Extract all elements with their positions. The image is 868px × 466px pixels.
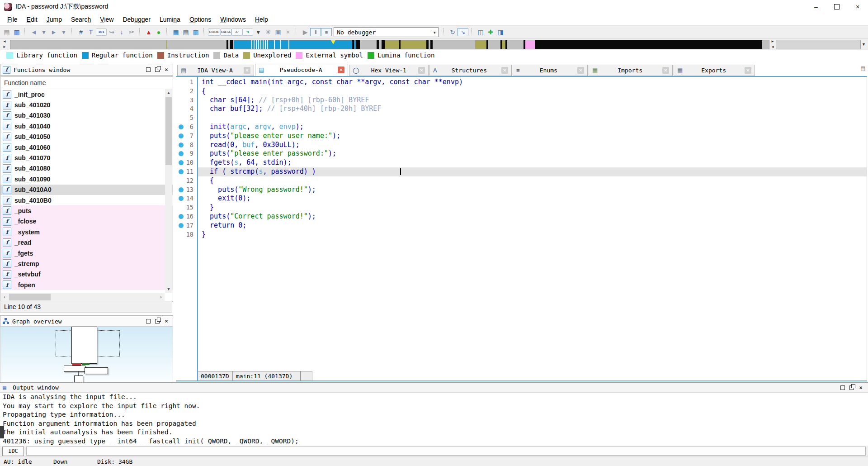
breakpoint-dot-icon[interactable] — [179, 214, 184, 219]
forward-icon[interactable]: ► — [49, 28, 59, 37]
back-icon[interactable]: ◄ — [29, 28, 39, 37]
scroll-up-icon[interactable]: ▲ — [165, 89, 172, 96]
code-line[interactable]: 15 } — [176, 203, 867, 212]
breakpoint-dot-icon[interactable] — [179, 143, 184, 147]
make-ascii-icon[interactable]: A' — [231, 29, 242, 36]
function-row[interactable]: f_strcmp — [0, 258, 173, 269]
tab-close-icon[interactable]: ✕ — [577, 67, 584, 74]
code-line[interactable]: 17 return 0; — [176, 221, 867, 230]
debugger-select[interactable]: No debugger ▾ — [334, 27, 439, 37]
code-line[interactable]: 10 fgets(s, 64, stdin); — [176, 158, 867, 167]
functions-window-header[interactable]: f Functions window × — [0, 64, 173, 76]
debug-pause-icon[interactable]: ‖ — [310, 28, 321, 36]
breakpoint-dot-icon[interactable] — [179, 223, 184, 228]
menu-edit[interactable]: Edit — [22, 15, 42, 24]
function-row[interactable]: fsub_4010B0 — [0, 195, 173, 205]
close-panel-button[interactable]: × — [163, 318, 170, 325]
patch-icon[interactable]: ✳ — [263, 28, 273, 37]
make-code-icon[interactable]: CODE — [208, 29, 220, 36]
debug-run-icon[interactable]: ▶ — [300, 28, 310, 37]
tab-close-icon[interactable]: ✕ — [745, 67, 751, 74]
breakpoint-dot-icon[interactable] — [179, 187, 184, 192]
code-line[interactable]: 4 char buf[32]; // [rsp+40h] [rbp-20h] B… — [176, 105, 867, 114]
function-row[interactable]: f_fgets — [0, 248, 173, 258]
tab-exports[interactable]: ▦Exports✕ — [674, 65, 755, 76]
tab-list-icon[interactable]: ▤ — [859, 65, 867, 72]
make-string-icon[interactable]: 's — [242, 29, 253, 36]
add-breakpoint-icon[interactable]: ✚ — [486, 28, 495, 37]
forward-dropdown-icon[interactable]: ▾ — [59, 28, 69, 37]
save-file-icon[interactable]: ▥ — [12, 28, 22, 37]
lumina-icon[interactable]: ● — [154, 28, 164, 37]
tab-enums[interactable]: ≡Enums✕ — [513, 65, 588, 76]
code-line[interactable]: 5 — [176, 114, 867, 123]
menu-help[interactable]: Help — [250, 15, 273, 24]
function-row[interactable]: fsub_401060 — [0, 142, 173, 152]
back-dropdown-icon[interactable]: ▾ — [39, 28, 49, 37]
menu-file[interactable]: File — [3, 15, 22, 24]
tab-hex-view-1[interactable]: ◯Hex View-1✕ — [349, 65, 429, 76]
code-line[interactable]: 13 puts("Wrong password!"); — [176, 185, 867, 195]
float-panel-button[interactable] — [154, 66, 161, 73]
breakpoint-dot-icon[interactable] — [179, 169, 184, 174]
window-list-icon[interactable]: ▦ — [171, 28, 181, 37]
code-line[interactable]: 12 { — [176, 176, 867, 185]
string-dropdown-icon[interactable]: ▾ — [253, 28, 263, 37]
code-line[interactable]: 8 read(0, buf, 0x30uLL); — [176, 141, 867, 150]
function-row[interactable]: fsub_401020 — [0, 100, 173, 110]
function-row[interactable]: f_init_proc — [0, 89, 173, 100]
breakpoint-dot-icon[interactable] — [179, 124, 184, 129]
code-line[interactable]: 18} — [176, 230, 867, 239]
breakpoint-dot-icon[interactable] — [179, 160, 184, 165]
tab-close-icon[interactable]: ✕ — [338, 67, 344, 73]
function-row[interactable]: f_system — [0, 227, 173, 237]
function-row[interactable]: fsub_4010A0 — [0, 185, 173, 195]
tab-structures[interactable]: AStructures✕ — [429, 65, 512, 76]
search-immediate-icon[interactable]: # — [76, 28, 86, 37]
output-window-header[interactable]: ▤ Output window × — [0, 383, 868, 393]
breakpoint-list-icon[interactable]: ◫ — [476, 28, 486, 37]
search-sequence-icon[interactable]: 101 — [96, 29, 107, 36]
process-options-icon[interactable]: ↻ — [448, 28, 458, 37]
window-cascade-icon[interactable]: ▥ — [191, 28, 201, 37]
menu-options[interactable]: Options — [185, 15, 216, 24]
close-button[interactable]: × — [847, 0, 868, 14]
search-text-icon[interactable]: T — [86, 28, 96, 37]
float-panel-button[interactable] — [848, 384, 855, 391]
window-open-icon[interactable]: ▤ — [181, 28, 191, 37]
scroll-left-icon[interactable]: ‹ — [1, 293, 8, 301]
close-panel-button[interactable]: × — [163, 66, 170, 73]
menu-jump[interactable]: Jump — [42, 15, 66, 24]
code-line[interactable]: 6 init(argc, argv, envp); — [176, 123, 867, 132]
code-line[interactable]: 2{ — [176, 87, 867, 96]
graph-overview-header[interactable]: Graph overview × — [0, 315, 173, 327]
debug-stop-icon[interactable]: ■ — [321, 28, 332, 36]
menu-windows[interactable]: Windows — [216, 15, 250, 24]
code-line[interactable]: 3 char s[64]; // [rsp+0h] [rbp-60h] BYRE… — [176, 96, 867, 105]
function-row[interactable]: fsub_401070 — [0, 152, 173, 163]
code-line[interactable]: 1int __cdecl main(int argc, const char *… — [176, 78, 867, 87]
scrollbar-thumb[interactable] — [9, 294, 51, 300]
navigation-band[interactable] — [10, 40, 769, 49]
graph-overview-canvas[interactable] — [0, 326, 173, 385]
functions-vertical-scrollbar[interactable]: ▲ ▼ — [165, 89, 172, 293]
breakpoint-dot-icon[interactable] — [179, 196, 184, 201]
function-row[interactable]: f_read — [0, 237, 173, 247]
scrollbar-thumb[interactable] — [165, 97, 172, 165]
functions-horizontal-scrollbar[interactable]: ‹ › — [1, 293, 165, 301]
close-panel-button[interactable]: × — [857, 384, 864, 391]
breakpoint-dot-icon[interactable] — [179, 151, 184, 156]
tab-pseudocode-a[interactable]: ▤Pseudocode-A✕ — [255, 64, 348, 76]
cli-input[interactable] — [26, 447, 866, 456]
float-panel-button[interactable] — [154, 318, 161, 325]
output-log[interactable]: IDA is analysing the input file...You ma… — [0, 393, 868, 447]
code-line[interactable]: 7 puts("please enter user name:"); — [176, 132, 867, 141]
function-row[interactable]: fsub_401050 — [0, 132, 173, 142]
function-row[interactable]: fsub_401090 — [0, 174, 173, 184]
menu-view[interactable]: View — [95, 15, 118, 24]
tab-ida-view-a[interactable]: ▤IDA View-A✕ — [177, 65, 254, 76]
problem-list-icon[interactable]: ▲ — [144, 28, 154, 37]
code-line[interactable]: 14 exit(0); — [176, 194, 867, 203]
menu-debugger[interactable]: Debugger — [118, 15, 155, 24]
maximize-button[interactable] — [826, 0, 847, 14]
